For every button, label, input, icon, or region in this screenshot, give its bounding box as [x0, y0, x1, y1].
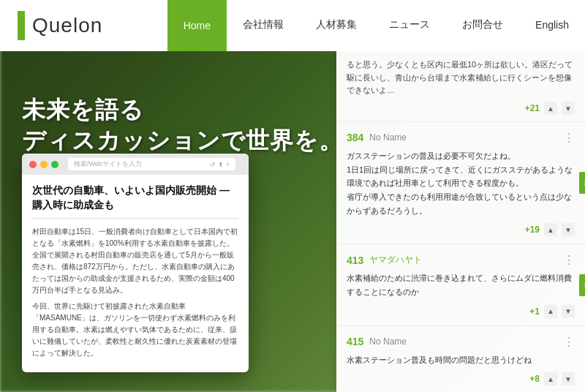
- reload-icon: ↺: [210, 161, 216, 168]
- nav-recruit[interactable]: 人材募集: [300, 0, 373, 51]
- browser-close-btn[interactable]: [29, 161, 37, 168]
- comment-413-number: 413: [347, 255, 363, 266]
- vote-count-384: +19: [525, 225, 540, 235]
- downvote-top[interactable]: ▼: [562, 102, 575, 115]
- article-title: 次世代の自動車、いよいよ国内販売開始 ―購入時に助成金も: [32, 184, 238, 219]
- comments-panel: ると思う。少なくとも区内に最低10ヶ所は欲しい。港区だって駆に長いし、青山から台…: [336, 51, 585, 392]
- comment-384-text: ガスステーションの普及は必要不可欠だよね。1日1回は同じ場所に戻ってきて、近くに…: [347, 149, 575, 217]
- nav-company[interactable]: 会社情報: [227, 0, 300, 51]
- comment-partial-text: ると思う。少なくとも区内に最低10ヶ所は欲しい。港区だって駆に長いし、青山から台…: [347, 59, 575, 97]
- browser-titlebar: 検索/Webサイトを入力 ↺ ⬆ +: [22, 154, 249, 175]
- expand-384[interactable]: ›: [579, 172, 585, 194]
- logo-icon: [18, 11, 25, 40]
- vote-row-top: +21 ▲ ▼: [347, 102, 575, 116]
- comment-415-number: 415: [347, 336, 363, 347]
- comment-384-author: No Name: [369, 132, 407, 143]
- comment-384-footer: +19 ▲ ▼: [347, 223, 575, 236]
- comment-413-footer: +1 ▲ ▼: [347, 305, 575, 318]
- browser-content: 次世代の自動車、いよいよ国内販売開始 ―購入時に助成金も 村田自動車は15日、一…: [22, 175, 249, 372]
- comment-413-menu[interactable]: ⋮: [563, 253, 575, 267]
- upvote-384[interactable]: ▲: [544, 223, 557, 236]
- logo-area: Quelon: [0, 11, 161, 40]
- comment-384-header: 384 No Name ⋮: [347, 131, 575, 145]
- article-body-2: 今回、世界に先駆けて初披露された水素自動車「MASAMUNE」は、ガソリンを一切…: [32, 301, 238, 359]
- nav-news[interactable]: ニュース: [373, 0, 446, 51]
- upvote-415[interactable]: ▲: [544, 372, 557, 385]
- comment-384-number: 384: [347, 132, 363, 143]
- share-icon: ⬆: [218, 161, 224, 168]
- comment-415-header: 415 No Name ⋮: [347, 335, 575, 349]
- main-content: 未来を語る ディスカッションで世界を。 検索/Webサイトを入力 ↺ ⬆ + 次…: [0, 51, 585, 392]
- comment-413-header: 413 ヤマダハヤト ⋮: [347, 253, 575, 267]
- browser-urlbar[interactable]: 検索/Webサイトを入力 ↺ ⬆ +: [68, 158, 235, 170]
- upvote-top[interactable]: ▲: [544, 102, 557, 115]
- nav-english[interactable]: English: [519, 0, 585, 51]
- article-body: 村田自動車は15日、一般消費者向け自動車として日本国内で初となる「水素燃料」を1…: [32, 226, 238, 359]
- nav: Home 会社情報 人材募集 ニュース お問合せ English: [167, 0, 585, 51]
- vote-count-413: +1: [529, 306, 540, 317]
- comment-384-menu[interactable]: ⋮: [563, 131, 575, 145]
- comment-413-text: 水素補給のために渋滞に巻き込まれて、さらにムダに燃料消費することになるのか: [347, 271, 575, 298]
- browser-window: 検索/Webサイトを入力 ↺ ⬆ + 次世代の自動車、いよいよ国内販売開始 ―購…: [22, 154, 249, 372]
- header: Quelon Home 会社情報 人材募集 ニュース お問合せ English: [0, 0, 585, 51]
- hero-line1: 未来を語る: [22, 95, 343, 126]
- bookmark-icon: +: [226, 161, 230, 168]
- hero-line2: ディスカッションで世界を。: [22, 126, 343, 157]
- vote-count-415: +8: [529, 374, 540, 384]
- comment-415-author: No Name: [369, 336, 407, 347]
- comment-415-menu[interactable]: ⋮: [563, 335, 575, 349]
- downvote-384[interactable]: ▼: [562, 223, 575, 236]
- downvote-413[interactable]: ▼: [562, 305, 575, 318]
- nav-contact[interactable]: お問合せ: [446, 0, 519, 51]
- expand-413[interactable]: ›: [579, 274, 585, 296]
- article-body-1: 村田自動車は15日、一般消費者向け自動車として日本国内で初となる「水素燃料」を1…: [32, 226, 238, 296]
- vote-count-top: +21: [525, 102, 540, 116]
- url-placeholder: 検索/Webサイトを入力: [74, 159, 142, 169]
- upvote-413[interactable]: ▲: [544, 305, 557, 318]
- comment-413: 413 ヤマダハヤト ⋮ 水素補給のために渋滞に巻き込まれて、さらにムダに燃料消…: [336, 244, 585, 325]
- comment-partial-top: ると思う。少なくとも区内に最低10ヶ所は欲しい。港区だって駆に長いし、青山から台…: [336, 51, 585, 122]
- browser-minimize-btn[interactable]: [40, 161, 48, 168]
- comment-415-footer: +8 ▲ ▼: [347, 372, 575, 385]
- comment-413-author: ヤマダハヤト: [369, 254, 422, 266]
- comment-415: 415 No Name ⋮ 水素ステーション普及も時間の問題だと思うけどね +8…: [336, 326, 585, 392]
- comment-384: 384 No Name ⋮ ガスステーションの普及は必要不可欠だよね。1日1回は…: [336, 122, 585, 244]
- comment-415-text: 水素ステーション普及も時間の問題だと思うけどね: [347, 353, 575, 367]
- urlbar-icons: ↺ ⬆ +: [210, 161, 230, 168]
- browser-maximize-btn[interactable]: [51, 161, 58, 168]
- logo-text: Quelon: [32, 14, 102, 37]
- hero-text: 未来を語る ディスカッションで世界を。: [22, 95, 343, 156]
- downvote-415[interactable]: ▼: [562, 372, 575, 385]
- nav-home[interactable]: Home: [167, 0, 227, 51]
